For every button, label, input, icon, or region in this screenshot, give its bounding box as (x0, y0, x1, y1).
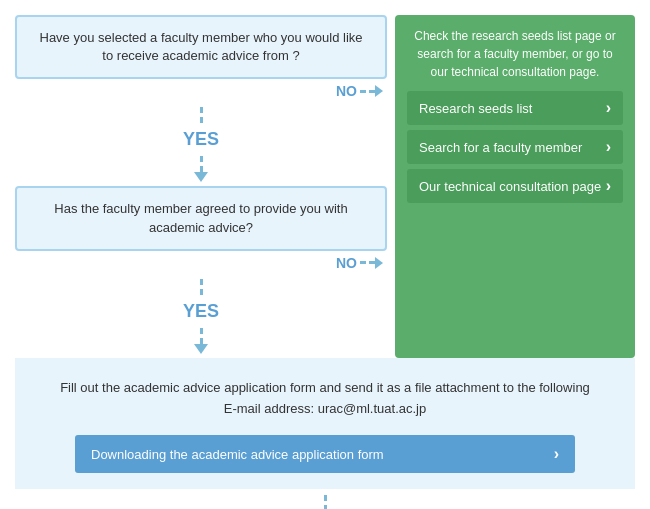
question-2-text: Has the faculty member agreed to provide… (54, 201, 347, 234)
chevron-icon-3: › (606, 177, 611, 195)
chevron-icon-1: › (606, 99, 611, 117)
step1-text: Fill out the academic advice application… (15, 368, 635, 430)
no-arrow-1 (360, 85, 383, 97)
green-panel-description: Check the research seeds list page or se… (407, 27, 623, 81)
no-label-2: NO (336, 255, 357, 271)
yes-arrow-1-head (194, 156, 208, 182)
left-questions: Have you selected a faculty member who y… (15, 15, 387, 358)
technical-consultation-button[interactable]: Our technical consultation page › (407, 169, 623, 203)
question-1-box: Have you selected a faculty member who y… (15, 15, 387, 79)
yes-arrow-2-head (194, 328, 208, 354)
search-faculty-label: Search for a faculty member (419, 140, 582, 155)
top-section: Have you selected a faculty member who y… (15, 15, 635, 358)
yes-arrow-2-shaft (200, 279, 203, 295)
step1-section: Fill out the academic advice application… (15, 358, 635, 490)
download-form-button[interactable]: Downloading the academic advice applicat… (75, 435, 575, 473)
chevron-icon-4: › (554, 445, 559, 463)
green-panel: Check the research seeds list page or se… (395, 15, 635, 358)
yes-arrow-1-shaft (200, 107, 203, 123)
question-1-text: Have you selected a faculty member who y… (40, 30, 363, 63)
research-seeds-label: Research seeds list (419, 101, 532, 116)
chevron-icon-2: › (606, 138, 611, 156)
flowchart: Have you selected a faculty member who y… (15, 15, 635, 509)
connector-1 (318, 495, 332, 509)
yes-label-2: YES (183, 301, 219, 322)
no-label-1: NO (336, 83, 357, 99)
technical-consultation-label: Our technical consultation page (419, 179, 601, 194)
yes-label-1: YES (183, 129, 219, 150)
download-form-label: Downloading the academic advice applicat… (91, 447, 384, 462)
no-arrow-2 (360, 257, 383, 269)
question-2-box: Has the faculty member agreed to provide… (15, 186, 387, 250)
research-seeds-list-button[interactable]: Research seeds list › (407, 91, 623, 125)
search-faculty-button[interactable]: Search for a faculty member › (407, 130, 623, 164)
